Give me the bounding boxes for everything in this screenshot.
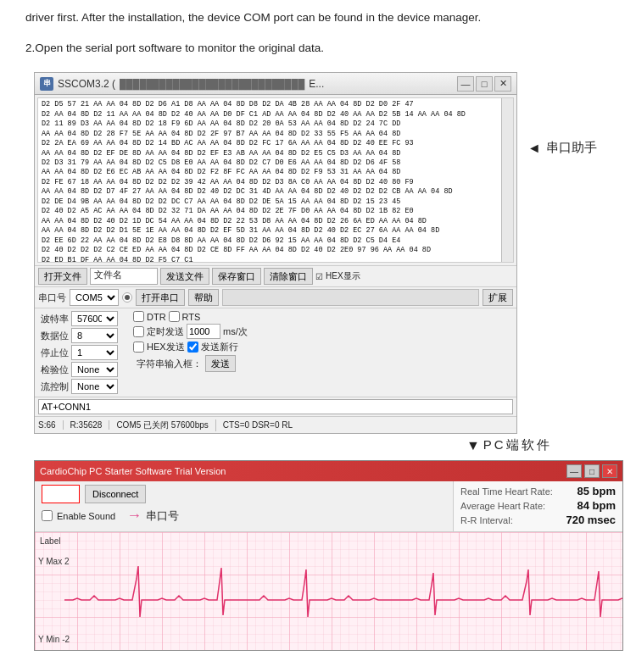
svg-text:Y Max 2: Y Max 2: [38, 557, 70, 566]
timed-send-row: 定时发送 ms/次: [133, 324, 248, 339]
data-select[interactable]: 8: [71, 328, 118, 343]
heart-rate-label: Real Time Heart Rate:: [460, 486, 553, 497]
serial-assistant-annotation: ◄ 串口助手: [527, 140, 597, 156]
open-file-button[interactable]: 打开文件: [38, 268, 87, 285]
cc-port-input[interactable]: 7: [42, 485, 80, 503]
hex-send-row: HEX发送 发送新行: [133, 341, 248, 353]
cardiochip-window: CardioChip PC Starter Software Trial Ver…: [34, 460, 623, 651]
serial-label: 串口号: [146, 508, 179, 524]
send-file-button[interactable]: 发送文件: [160, 268, 209, 285]
stop-label: 停止位: [38, 347, 69, 359]
settings-right: DTR RTS 定时发送 ms/次 HEX发送: [133, 311, 248, 394]
pc-software-label: PC端软件: [483, 437, 552, 453]
serial-assistant-label: 串口助手: [546, 140, 597, 156]
rr-label: R-R Interval:: [460, 515, 513, 525]
avg-hr-value: 84 bpm: [577, 499, 616, 512]
cc-control-row: 7 Disconnect: [42, 485, 446, 503]
port-select[interactable]: COM5: [70, 289, 119, 306]
send-button[interactable]: 发送: [205, 355, 236, 372]
status-cts: CTS=0 DSR=0 RL: [223, 420, 293, 430]
ecg-svg: Label Y Max 2 Y Min -2: [35, 532, 622, 650]
cardiochip-titlebar: CardioChip PC Starter Software Trial Ver…: [35, 461, 622, 481]
rts-label: RTS: [182, 312, 201, 322]
serial-assistant-arrow: ◄: [527, 141, 541, 156]
timed-ms-input[interactable]: [187, 324, 220, 339]
expand-button[interactable]: 扩展: [483, 289, 513, 306]
sscom-titlebar: 串 SSCOM3.2 ( ███████████████████████████…: [35, 73, 516, 95]
sscom-window-container: 串 SSCOM3.2 ( ███████████████████████████…: [25, 72, 517, 434]
sscom-icon: 串: [40, 77, 53, 91]
hex-display-check: ☑: [315, 272, 323, 281]
settings-left: 波特率 57600 数据位 8 停止位: [38, 311, 118, 394]
new-line-label: 发送新行: [201, 341, 238, 353]
cardiochip-restore-btn[interactable]: □: [584, 464, 600, 478]
disconnect-button[interactable]: Disconnect: [85, 485, 146, 503]
stop-select[interactable]: 1: [71, 345, 118, 360]
minimize-button[interactable]: —: [457, 76, 474, 92]
rr-value: 720 msec: [566, 514, 616, 526]
rts-checkbox[interactable]: [169, 311, 180, 322]
svg-text:Y Min -2: Y Min -2: [38, 635, 70, 644]
check-label: 检验位: [38, 364, 69, 376]
hex-display-label: HEX显示: [326, 270, 360, 282]
enable-sound-checkbox[interactable]: [42, 510, 53, 521]
send-input-row: [35, 397, 516, 416]
baud-select[interactable]: 57600: [71, 311, 118, 326]
flow-label: 流控制: [38, 380, 69, 393]
svg-rect-2: [35, 532, 622, 650]
sscom-title-filler: ████████████████████████████: [120, 79, 304, 89]
settings-area: 波特率 57600 数据位 8 停止位: [35, 308, 516, 397]
rr-row: R-R Interval: 720 msec: [460, 514, 616, 526]
step-text-2: 2.Open the serial port software to monit…: [25, 39, 611, 58]
new-line-checkbox[interactable]: [187, 342, 198, 353]
sscom-title-suffix: E...: [309, 78, 324, 90]
cardiochip-main: 7 Disconnect Enable Sound → 串口号 Real Tim…: [35, 481, 622, 531]
dtr-checkbox[interactable]: [133, 311, 144, 322]
data-row: 数据位 8: [38, 328, 118, 343]
open-port-button[interactable]: 打开串口: [136, 289, 185, 306]
heart-rate-value: 85 bpm: [577, 485, 616, 497]
radio-open-port[interactable]: [122, 292, 132, 303]
svg-text:Label: Label: [40, 536, 60, 546]
timed-send-label: 定时发送: [147, 325, 184, 338]
toolbar-filler: [222, 289, 479, 306]
enable-sound-label: Enable Sound: [57, 511, 115, 521]
cardiochip-right: Real Time Heart Rate: 85 bpm Average Hea…: [453, 481, 622, 531]
serial-arrow: →: [126, 507, 142, 525]
hex-data-area: D2 D5 57 21 AA AA 04 8D D2 D6 A1 D8 AA A…: [37, 97, 514, 263]
status-bar: S:66 R:35628 COM5 已关闭 57600bps CTS=0 DSR…: [35, 416, 516, 433]
pc-software-annotation: ▼ PC端软件: [466, 437, 611, 453]
restore-button[interactable]: □: [476, 76, 493, 92]
ecg-chart-area: Label Y Max 2 Y Min -2: [35, 531, 622, 650]
help-button[interactable]: 帮助: [188, 289, 219, 306]
check-row: 检验位 None: [38, 362, 118, 377]
hex-send-checkbox[interactable]: [133, 342, 144, 353]
scrollbar-vertical[interactable]: [501, 98, 513, 262]
avg-hr-label: Average Heart Rate:: [460, 501, 545, 511]
cardiochip-minimize-btn[interactable]: —: [566, 464, 582, 478]
clear-port-button[interactable]: 清除窗口: [264, 268, 313, 285]
cardiochip-title: CardioChip PC Starter Software Trial Ver…: [40, 466, 226, 476]
titlebar-left: 串 SSCOM3.2 ( ███████████████████████████…: [40, 77, 324, 91]
save-port-button[interactable]: 保存窗口: [212, 268, 261, 285]
page-content: driver first. After the installation, th…: [0, 0, 636, 651]
send-content-input[interactable]: [38, 399, 513, 414]
status-r: R:35628: [70, 420, 110, 430]
flow-select[interactable]: None: [71, 379, 118, 394]
baud-row: 波特率 57600: [38, 311, 118, 326]
file-name-input[interactable]: 文件名: [90, 268, 158, 285]
close-button[interactable]: ✕: [494, 76, 511, 92]
stop-row: 停止位 1: [38, 345, 118, 360]
timed-unit-label: ms/次: [223, 325, 248, 338]
cardiochip-left: 7 Disconnect Enable Sound → 串口号: [35, 481, 453, 531]
data-label: 数据位: [38, 330, 69, 342]
timed-send-checkbox[interactable]: [133, 326, 144, 337]
send-area: 字符串输入框： 发送: [133, 355, 248, 375]
hex-send-label: HEX发送: [147, 341, 185, 353]
char-frame-label: 字符串输入框：: [137, 358, 202, 370]
right-annotation: ◄ 串口助手: [527, 140, 597, 156]
sscom-title: SSCOM3.2 (: [58, 78, 115, 90]
check-select[interactable]: None: [71, 362, 118, 377]
cardiochip-close-btn[interactable]: ✕: [602, 464, 617, 478]
baud-label: 波特率: [38, 313, 69, 325]
